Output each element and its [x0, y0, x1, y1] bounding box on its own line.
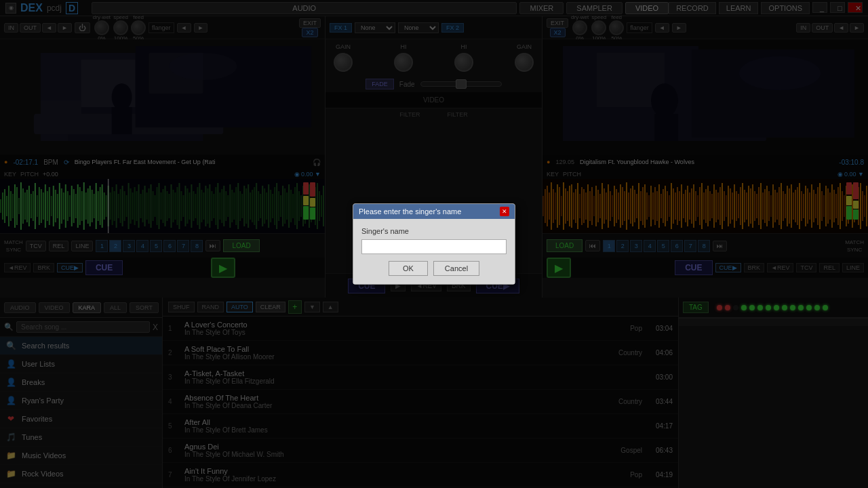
modal-buttons: OK Cancel	[361, 261, 507, 276]
singer-name-input[interactable]	[361, 239, 507, 254]
modal-body: Singer's name OK Cancel	[353, 219, 515, 284]
modal-close-button[interactable]: ✕	[500, 207, 509, 216]
modal-dialog: Please enter the singer's name ✕ Singer'…	[353, 203, 515, 285]
modal-title: Please enter the singer's name	[359, 207, 461, 216]
modal-overlay: Please enter the singer's name ✕ Singer'…	[0, 0, 868, 488]
singer-name-label: Singer's name	[361, 227, 507, 235]
modal-ok-button[interactable]: OK	[389, 261, 428, 276]
modal-cancel-button[interactable]: Cancel	[433, 261, 479, 276]
modal-title-bar: Please enter the singer's name ✕	[353, 204, 515, 219]
